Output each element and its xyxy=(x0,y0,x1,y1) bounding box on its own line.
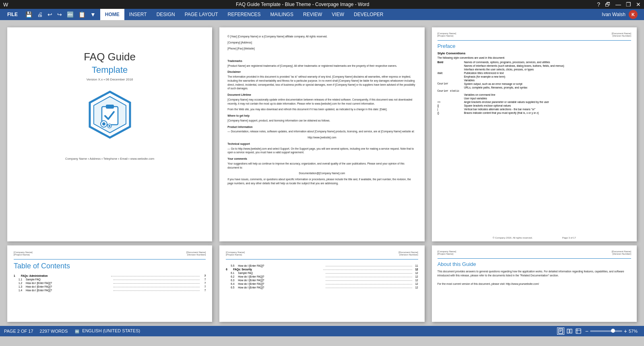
dropdown-icon[interactable]: ▼ xyxy=(89,10,97,19)
page-header: [Company Name] [Project Name] [Document … xyxy=(438,32,631,37)
header-version: [Version Number] xyxy=(612,35,631,37)
style-row-italic: Italic Publication titles referenced in … xyxy=(438,72,631,74)
language-indicator: 🔤 ENGLISH (UNITED STATES) xyxy=(74,328,140,334)
help-button[interactable]: ? xyxy=(597,1,600,8)
about-page: [Company Name] [Project Name] [Document … xyxy=(432,245,637,322)
title-bar: W FAQ Guide Template - Blue Theme - Cove… xyxy=(0,0,644,9)
toc2-item-5-5: 5.5 How do I [Enter FAQ]? 11 xyxy=(226,264,418,267)
copyright-text: © [Year] [Company Name] or a [Company Na… xyxy=(227,35,416,39)
quick-access-toolbar: FILE 💾 🖨 ↩ ↪ 🔤 📋 ▼ HOME INSERT DESIGN PA… xyxy=(0,9,644,20)
restore-button[interactable]: 🗗 xyxy=(605,1,611,8)
tab-view[interactable]: VIEW xyxy=(327,9,349,20)
word-count: 2297 WORDS xyxy=(40,329,68,334)
svg-point-5 xyxy=(102,122,105,126)
style-row-cmd: Variables on command line xyxy=(438,93,631,96)
doc-lifetime-title: Document Lifetime xyxy=(227,93,416,97)
svg-text:🔤: 🔤 xyxy=(75,329,80,334)
header-project: [Project Name] xyxy=(438,35,456,37)
comments-email: Documentation@[Company Name].com xyxy=(227,171,416,175)
tab-page-layout[interactable]: PAGE LAYOUT xyxy=(180,9,223,20)
tab-design[interactable]: DESIGN xyxy=(152,9,180,20)
zoom-bar: − + 57% xyxy=(585,328,640,334)
preface-title: Preface xyxy=(438,43,631,49)
trademarks-body: [Product Name] are registered trademarks… xyxy=(227,64,416,68)
tech-support-title: Technical support xyxy=(227,142,416,146)
svg-point-7 xyxy=(108,125,110,127)
product-info-title: Product Information xyxy=(227,125,416,129)
spellcheck-icon[interactable]: 🔤 xyxy=(66,10,75,19)
cover-title-sub: Template xyxy=(92,65,128,75)
cover-version: Version X.x • 06 December 2016 xyxy=(87,78,133,81)
style-row-courier-static: Courier static xyxy=(438,90,631,93)
web-layout-icon[interactable] xyxy=(575,327,582,335)
trademarks-title: Trademarks xyxy=(227,59,416,63)
svg-rect-3 xyxy=(106,105,114,109)
comments-body1: Your suggestions will help us continue t… xyxy=(227,162,416,170)
svg-rect-14 xyxy=(567,329,569,333)
preface-page: [Company Name] [Project Name] [Document … xyxy=(432,27,637,241)
tab-references[interactable]: REFERENCES xyxy=(223,9,266,20)
redo-icon[interactable]: ↪ xyxy=(56,10,63,19)
style-row-ui-interact: Interface elements the user selects, cli… xyxy=(438,68,631,71)
file-tab[interactable]: FILE xyxy=(3,11,22,18)
zoom-minus[interactable]: − xyxy=(585,328,588,334)
zoom-slider[interactable] xyxy=(590,330,622,332)
style-row-interface: Names of interface elements (such window… xyxy=(438,64,631,67)
where-help-body: [Company Name] support, product, and lic… xyxy=(227,119,416,123)
read-mode-icon[interactable] xyxy=(566,327,573,335)
view-icons xyxy=(557,327,582,335)
maximize-button[interactable]: ❐ xyxy=(626,1,631,8)
undo-icon[interactable]: ↩ xyxy=(46,10,54,19)
page-footer: © Company 2016. All rights reserved. Pag… xyxy=(432,237,637,239)
page-indicator: PAGE 2 OF 17 xyxy=(4,329,33,334)
toc2-item-6: 6 FAQs: Security 12 xyxy=(226,268,418,271)
tab-insert[interactable]: INSERT xyxy=(124,9,152,20)
style-conventions-title: Style Conventions xyxy=(438,51,631,55)
toc-page: [Company Name] [Project Name] [Document … xyxy=(7,245,212,322)
toc-header-version: [Version Number] xyxy=(186,253,206,256)
tab-review[interactable]: REVIEW xyxy=(298,9,327,20)
pages-row-bottom: [Company Name] [Project Name] [Document … xyxy=(0,245,644,326)
about-title: About this Guide xyxy=(438,261,631,267)
company-address: [Company] [Address] xyxy=(227,41,416,45)
company-contact: [Phone] [Fax] [Website] xyxy=(227,47,416,51)
toc-item-1-1: 1.1 Sample FAQ 7 xyxy=(14,278,206,281)
cover-page: FAQ Guide Template Version X.x • 06 Dece… xyxy=(7,27,212,241)
format-icon[interactable]: 📋 xyxy=(77,10,87,19)
save-icon[interactable]: 💾 xyxy=(24,10,33,19)
toc-item-1-2: 1.2 How do I [Enter FAQ]? 7 xyxy=(14,282,206,284)
tab-mailings[interactable]: MAILINGS xyxy=(266,9,298,20)
toc-title: Table of Contents xyxy=(14,262,206,270)
document-area: FAQ Guide Template Version X.x • 06 Dece… xyxy=(0,20,644,326)
toc2-item-6-2: 6.2 How do I [Enter FAQ]? 12 xyxy=(226,275,418,278)
toc-item-1-4: 1.4 How do I [Enter FAQ]? 7 xyxy=(14,289,206,292)
close-button[interactable]: ✕ xyxy=(636,1,641,8)
toc-header: [Company Name] [Project Name] [Document … xyxy=(14,251,206,256)
toc2-item-6-4: 6.4 How do I [Enter FAQ]? 12 xyxy=(226,282,418,285)
minimize-button[interactable]: — xyxy=(615,1,621,8)
tab-home[interactable]: HOME xyxy=(100,9,124,20)
style-row-user-input: User input variables xyxy=(438,97,631,100)
user-avatar[interactable]: K xyxy=(629,10,638,19)
style-row-square: [] Square brackets enclose optional valu… xyxy=(438,104,631,107)
tab-developer[interactable]: DEVELOPER xyxy=(349,9,388,20)
footer-page-num: Page 3 of 17 xyxy=(562,237,576,239)
toc-item-1: 1 FAQs: Administration 7 xyxy=(14,274,206,277)
zoom-level: 57% xyxy=(629,329,640,334)
print-layout-icon[interactable] xyxy=(557,327,564,335)
comments-body2: If you have issues, comments, or questio… xyxy=(227,177,416,185)
disclaimer-title: Disclaimer xyxy=(227,70,416,74)
status-bar-right: − + 57% xyxy=(557,327,640,335)
cover-icon xyxy=(84,89,136,142)
about-body1: This document provides answers to genera… xyxy=(438,270,631,278)
pages-row-top: FAQ Guide Template Version X.x • 06 Dece… xyxy=(0,20,644,245)
print-icon[interactable]: 🖨 xyxy=(36,10,44,19)
where-help-title: Where to get help xyxy=(227,114,416,118)
style-intro: The following style conventions are used… xyxy=(438,56,631,59)
window-title: FAQ Guide Template - Blue Theme - Coverp… xyxy=(8,2,597,7)
zoom-plus[interactable]: + xyxy=(624,328,627,334)
toc-page-2: [Company Name] [Project Name] [Document … xyxy=(219,245,424,322)
product-info-body: — Documentation, release notes, software… xyxy=(227,130,416,134)
svg-rect-10 xyxy=(559,329,563,334)
toc2-item-6-1: 6.1 Sample FAQ 12 xyxy=(226,272,418,274)
